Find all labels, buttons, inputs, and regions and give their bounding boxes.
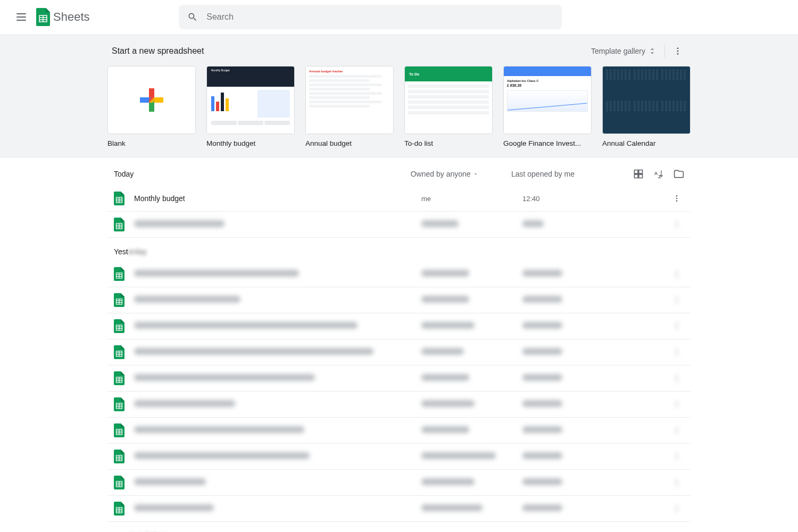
template-card[interactable]: Blank: [107, 66, 196, 147]
file-more-button[interactable]: [669, 371, 684, 386]
svg-point-4: [677, 47, 679, 49]
file-row[interactable]: [107, 339, 691, 365]
svg-point-20: [676, 221, 678, 223]
template-card[interactable]: Annual budget tracker Annual budget: [305, 66, 394, 147]
open-folder-button[interactable]: [674, 169, 684, 179]
file-owner: [421, 452, 522, 461]
svg-point-15: [676, 200, 678, 202]
svg-point-6: [677, 53, 679, 55]
file-owner: [421, 374, 522, 383]
svg-point-92: [676, 510, 678, 512]
more-vert-icon: [672, 426, 681, 435]
file-name: [134, 348, 421, 356]
divider: [664, 45, 665, 57]
group-label: Previous 7 days: [107, 522, 691, 532]
svg-point-5: [677, 51, 679, 52]
template-label: Annual budget: [305, 139, 394, 147]
template-card[interactable]: Monthly Budget Monthly budget: [206, 66, 295, 147]
template-thumbnail: Monthly Budget: [206, 66, 295, 134]
file-name: [134, 296, 421, 304]
sheets-icon: [36, 8, 50, 26]
owner-filter[interactable]: Owned by anyone: [411, 170, 511, 178]
file-row[interactable]: [107, 496, 691, 522]
sheets-file-icon: [114, 476, 124, 489]
template-label: Annual Calendar: [602, 139, 691, 147]
svg-point-91: [676, 508, 678, 510]
svg-point-50: [676, 354, 678, 355]
file-row[interactable]: Monthly budget me 12:40: [107, 186, 691, 212]
file-more-button[interactable]: [669, 319, 684, 334]
svg-point-43: [676, 328, 678, 329]
grid-icon: [633, 169, 644, 179]
file-row[interactable]: [107, 392, 691, 418]
sort-az-button[interactable]: AZ: [653, 169, 664, 179]
template-thumbnail: [107, 66, 196, 134]
file-owner: [421, 400, 522, 409]
file-row[interactable]: [107, 287, 691, 313]
file-row[interactable]: [107, 261, 691, 287]
svg-point-29: [676, 276, 678, 277]
svg-point-49: [676, 352, 678, 353]
file-name: [134, 270, 421, 278]
file-row[interactable]: [107, 212, 691, 238]
template-gallery-button[interactable]: Template gallery: [587, 44, 660, 59]
more-vert-icon: [672, 348, 681, 356]
file-more-button[interactable]: [669, 217, 684, 232]
group-label: Today: [114, 170, 411, 178]
sheets-file-icon: [114, 192, 124, 205]
sheets-file-icon: [114, 450, 124, 463]
template-more-button[interactable]: [669, 43, 686, 60]
template-card[interactable]: Alphabet Inc Class C £ 830.26 Google Fin…: [503, 66, 592, 147]
template-section-title: Start a new spreadsheet: [112, 46, 204, 56]
file-row[interactable]: [107, 365, 691, 392]
file-row[interactable]: [107, 313, 691, 339]
sheets-file-icon: [114, 218, 124, 231]
file-more-button[interactable]: [669, 501, 684, 516]
svg-point-42: [676, 326, 678, 327]
app-logo[interactable]: Sheets: [36, 8, 90, 26]
svg-point-35: [676, 300, 678, 301]
svg-point-63: [676, 404, 678, 405]
template-thumbnail: [602, 66, 691, 134]
file-date: [522, 504, 645, 513]
file-date: [522, 270, 645, 278]
file-owner: [421, 270, 522, 278]
file-date: [522, 452, 645, 461]
file-more-button[interactable]: [669, 423, 684, 438]
file-more-button[interactable]: [669, 267, 684, 281]
file-more-button[interactable]: [669, 397, 684, 412]
template-card[interactable]: Annual Calendar: [602, 66, 691, 147]
file-row[interactable]: [107, 444, 691, 470]
file-more-button[interactable]: [669, 345, 684, 360]
file-row[interactable]: [107, 470, 691, 496]
file-name: [134, 452, 421, 461]
file-date: [522, 374, 645, 383]
unfold-icon: [649, 47, 656, 55]
template-card[interactable]: To Do To-do list: [404, 66, 493, 147]
template-thumbnail: Alphabet Inc Class C £ 830.26: [503, 66, 592, 134]
svg-text:Z: Z: [658, 174, 661, 179]
svg-point-78: [676, 458, 678, 460]
sheets-file-icon: [114, 319, 124, 333]
file-row[interactable]: [107, 418, 691, 444]
more-vert-icon: [672, 270, 681, 278]
svg-point-55: [676, 375, 678, 377]
file-more-button[interactable]: [669, 449, 684, 464]
grid-view-button[interactable]: [633, 169, 644, 179]
svg-point-34: [676, 297, 678, 298]
file-more-button[interactable]: [669, 475, 684, 490]
file-date: 12:40: [522, 195, 645, 203]
file-owner: [421, 478, 522, 487]
search-box[interactable]: [179, 5, 562, 29]
svg-point-13: [676, 195, 678, 197]
svg-point-90: [676, 505, 678, 507]
search-input[interactable]: [206, 12, 553, 22]
sheets-file-icon: [114, 267, 124, 281]
file-more-button[interactable]: [669, 191, 684, 206]
sheets-file-icon: [114, 423, 124, 437]
main-menu-button[interactable]: [9, 4, 34, 30]
file-more-button[interactable]: [669, 293, 684, 307]
sort-label[interactable]: Last opened by me: [511, 170, 633, 178]
app-header: Sheets: [0, 0, 798, 34]
template-gallery-label: Template gallery: [591, 47, 645, 55]
